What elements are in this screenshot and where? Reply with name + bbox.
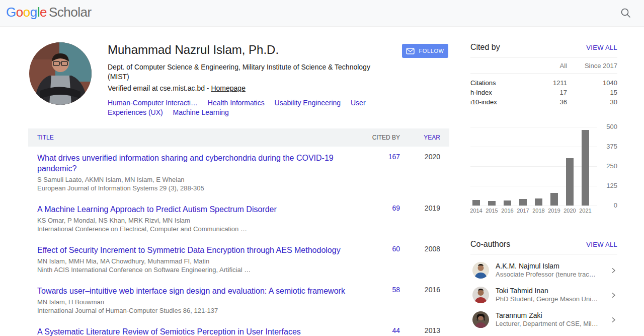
sidebar: Cited by VIEW ALL All Since 2017 Citatio… <box>470 43 617 332</box>
chart-gridline <box>470 166 597 167</box>
profile-photo <box>29 42 92 105</box>
coauthors-view-all-link[interactable]: VIEW ALL <box>586 241 617 248</box>
metrics-table: Citations 1211 1040 h-index 17 15 i10-in… <box>470 74 617 107</box>
coauthor-name: Toki Tahmid Inan <box>496 287 609 295</box>
coauthor-avatar <box>472 262 489 279</box>
metric-value-all[interactable]: 17 <box>527 88 567 97</box>
x-tick-label: 2015 <box>484 208 500 214</box>
publications-header-row: TITLE CITED BY YEAR <box>28 128 449 147</box>
chart-bar <box>582 130 589 206</box>
profile-info: Muhammad Nazrul Islam, Ph.D. Dept. of Co… <box>108 42 392 117</box>
publication-venue: Ninth ACIS International Conference on S… <box>37 265 353 274</box>
x-tick-label: 2019 <box>546 208 562 214</box>
metric-value-all[interactable]: 1211 <box>527 78 567 88</box>
divider <box>470 254 617 254</box>
metric-value-since[interactable]: 30 <box>567 97 617 107</box>
publication-title-link[interactable]: Effect of Security Increment to Symmetri… <box>37 245 353 255</box>
follow-label: FOLLOW <box>419 48 444 54</box>
metric-label: Citations <box>470 78 527 88</box>
chart-bar <box>472 200 480 206</box>
chevron-right-icon <box>609 316 617 324</box>
metric-value-since[interactable]: 15 <box>567 88 617 97</box>
publication-title-link[interactable]: A Machine Learning Approach to Predict A… <box>37 204 353 215</box>
metric-value-all[interactable]: 36 <box>527 97 567 107</box>
verified-email-text: Verified email at cse.mist.ac.bd - <box>108 84 211 92</box>
metric-row: h-index 17 15 <box>470 88 617 97</box>
chart-plot <box>470 127 597 206</box>
chevron-right-icon <box>609 266 617 275</box>
coauthor-avatar <box>472 311 489 328</box>
metrics-column-headers: All Since 2017 <box>470 57 617 74</box>
chart-gridline <box>470 186 597 186</box>
cited-by-count[interactable]: 69 <box>365 204 400 233</box>
citations-chart: 0125250375500201420152016201720182019202… <box>470 127 617 216</box>
chart-bar <box>550 193 558 206</box>
table-row: Effect of Security Increment to Symmetri… <box>28 239 449 280</box>
y-tick-label: 0 <box>599 201 617 209</box>
table-row: What drives unverified information shari… <box>28 147 449 198</box>
column-header-title[interactable]: TITLE <box>37 134 365 141</box>
coauthor-name: A.K.M. Najmul Islam <box>496 262 609 271</box>
column-header-all: All <box>527 62 567 70</box>
cited-by-view-all-link[interactable]: VIEW ALL <box>586 44 617 51</box>
interest-link[interactable]: Health Informatics <box>208 99 265 107</box>
publication-year: 2013 <box>400 326 440 336</box>
coauthors-section: Co-authors VIEW ALL A.K.M. Najmul Islam … <box>470 240 617 332</box>
column-header-cited-by: CITED BY <box>365 134 400 141</box>
publication-venue: European Journal of Information Systems … <box>37 184 353 192</box>
coauthor-list-item[interactable]: Toki Tahmid Inan PhD Student, George Mas… <box>470 283 617 307</box>
profile-name: Muhammad Nazrul Islam, Ph.D. <box>108 42 392 57</box>
metric-value-since[interactable]: 1040 <box>567 78 617 88</box>
x-tick-label: 2018 <box>531 208 546 214</box>
coauthor-affiliation: Associate Professor (tenure trac… <box>496 271 609 279</box>
publication-year: 2016 <box>400 286 440 315</box>
publication-year: 2020 <box>400 153 440 192</box>
publication-year: 2019 <box>400 204 440 233</box>
interest-link[interactable]: Human-Computer Interacti… <box>108 99 198 107</box>
chart-bar <box>519 199 527 206</box>
coauthor-affiliation: Lecturer, Department of CSE, Mil… <box>496 320 609 328</box>
coauthor-list-item[interactable]: Tarannum Zaki Lecturer, Department of CS… <box>470 307 617 332</box>
table-row: Towards user–intuitive web interface sig… <box>28 280 449 320</box>
cited-by-count[interactable]: 44 <box>365 326 400 336</box>
x-tick-label: 2014 <box>468 208 484 214</box>
top-bar: GoogleScholar <box>0 0 644 27</box>
table-row: A Machine Learning Approach to Predict A… <box>28 198 449 239</box>
metric-row: Citations 1211 1040 <box>470 78 617 88</box>
x-tick-label: 2017 <box>515 208 531 214</box>
search-icon[interactable] <box>619 6 633 20</box>
chart-bar <box>566 158 574 206</box>
cited-by-count[interactable]: 60 <box>365 245 400 274</box>
column-header-year[interactable]: YEAR <box>400 134 440 141</box>
cited-by-section-header: Cited by VIEW ALL <box>470 43 617 52</box>
logo-google-word: Google <box>6 5 47 20</box>
publication-authors: KS Omar, P Mondal, NS Khan, MRK Rizvi, M… <box>37 216 353 225</box>
chart-gridline <box>470 127 597 127</box>
column-header-since-2017: Since 2017 <box>567 62 617 70</box>
publication-authors: S Samuli Laato, AKMN Islam, MN Islam, E … <box>37 175 353 184</box>
coauthor-avatar <box>472 287 489 303</box>
publication-title-link[interactable]: A Systematic Literature Review of Semiot… <box>37 326 353 336</box>
cited-by-count[interactable]: 58 <box>365 286 400 315</box>
chart-bar <box>535 198 542 206</box>
coauthors-section-header: Co-authors VIEW ALL <box>470 240 617 249</box>
publication-title-link[interactable]: What drives unverified information shari… <box>37 153 353 174</box>
cited-by-count[interactable]: 167 <box>365 153 400 192</box>
research-interests: Human-Computer Interacti… Health Informa… <box>108 98 392 117</box>
table-row: A Systematic Literature Review of Semiot… <box>28 320 449 336</box>
follow-button[interactable]: FOLLOW <box>402 44 448 58</box>
publication-venue: International Journal of Human-Computer … <box>37 306 353 315</box>
metric-label: h-index <box>470 88 527 97</box>
publication-title-link[interactable]: Towards user–intuitive web interface sig… <box>37 286 353 296</box>
y-tick-label: 250 <box>599 162 617 170</box>
x-tick-label: 2021 <box>578 208 593 214</box>
chart-bar <box>488 201 496 206</box>
chevron-right-icon <box>609 291 617 299</box>
y-tick-label: 500 <box>599 123 617 130</box>
google-scholar-logo[interactable]: GoogleScholar <box>6 5 92 20</box>
homepage-link[interactable]: Homepage <box>211 84 246 92</box>
coauthor-list-item[interactable]: A.K.M. Najmul Islam Associate Professor … <box>470 258 617 283</box>
interest-link[interactable]: Machine Learning <box>173 108 229 116</box>
coauthors-title: Co-authors <box>470 240 510 249</box>
interest-link[interactable]: Usability Engineering <box>275 99 341 107</box>
